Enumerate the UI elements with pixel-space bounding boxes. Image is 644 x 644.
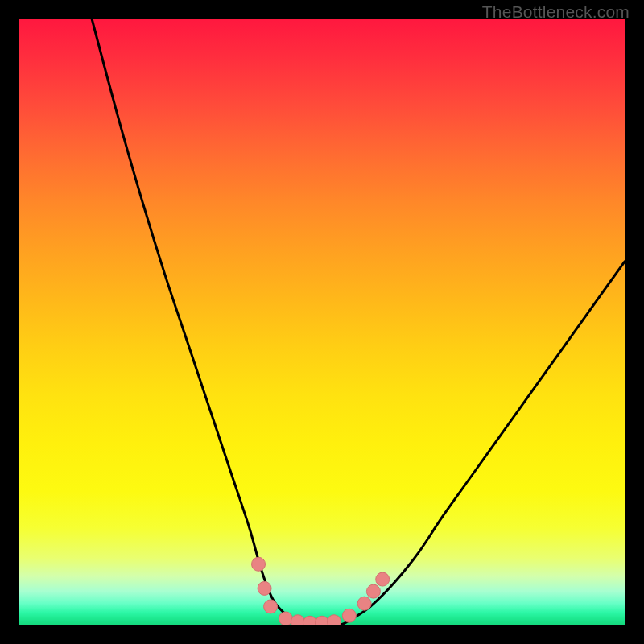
trough-marker bbox=[357, 597, 371, 610]
trough-marker bbox=[252, 557, 266, 571]
trough-marker bbox=[342, 609, 356, 622]
trough-marker bbox=[279, 612, 292, 625]
trough-marker bbox=[258, 581, 271, 595]
plot-area bbox=[19, 19, 625, 625]
trough-marker bbox=[328, 615, 341, 625]
trough-marker bbox=[291, 615, 304, 625]
trough-marker bbox=[366, 584, 380, 598]
bottleneck-chart bbox=[19, 19, 625, 625]
trough-marker bbox=[316, 616, 329, 625]
bottleneck-curve-line bbox=[92, 19, 625, 625]
outer-frame: TheBottleneck.com bbox=[0, 0, 644, 644]
trough-markers bbox=[252, 557, 390, 625]
trough-marker bbox=[264, 600, 278, 613]
trough-marker bbox=[303, 616, 316, 625]
trough-marker bbox=[376, 572, 390, 586]
